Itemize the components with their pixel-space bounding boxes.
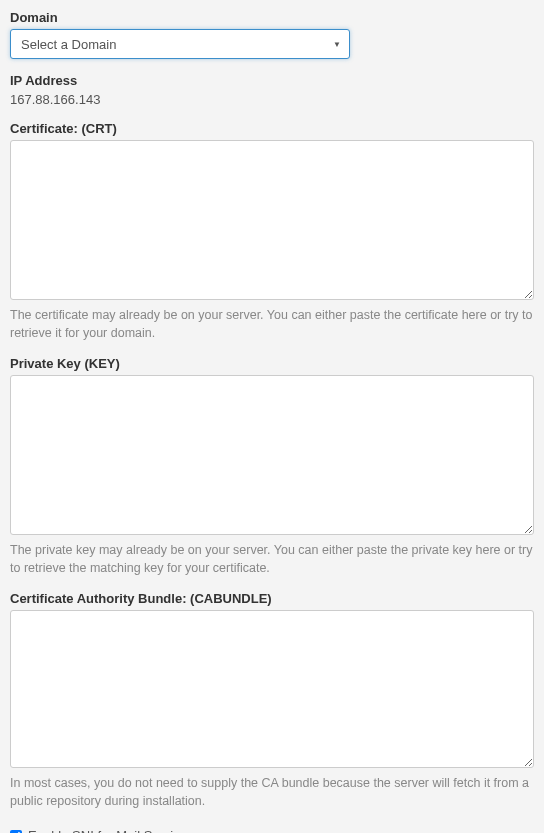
- domain-select[interactable]: Select a Domain: [10, 29, 350, 59]
- certificate-help-text: The certificate may already be on your s…: [10, 307, 534, 342]
- private-key-help-text: The private key may already be on your s…: [10, 542, 534, 577]
- sni-checkbox-row: Enable SNI for Mail Services: [10, 828, 534, 833]
- cabundle-label: Certificate Authority Bundle: (CABUNDLE): [10, 591, 534, 606]
- sni-label-suffix: for Mail Services: [97, 828, 193, 833]
- ip-address-label: IP Address: [10, 73, 534, 88]
- certificate-label: Certificate: (CRT): [10, 121, 534, 136]
- domain-select-wrapper: Select a Domain ▼: [10, 29, 350, 59]
- cabundle-help-text: In most cases, you do not need to supply…: [10, 775, 534, 810]
- private-key-label: Private Key (KEY): [10, 356, 534, 371]
- domain-label: Domain: [10, 10, 534, 25]
- sni-checkbox-label[interactable]: Enable SNI for Mail Services: [28, 828, 193, 833]
- sni-abbr: SNI: [72, 828, 94, 833]
- ip-address-value: 167.88.166.143: [10, 92, 534, 107]
- sni-checkbox[interactable]: [10, 830, 22, 834]
- private-key-textarea[interactable]: [10, 375, 534, 535]
- certificate-textarea[interactable]: [10, 140, 534, 300]
- cabundle-textarea[interactable]: [10, 610, 534, 768]
- sni-label-prefix: Enable: [28, 828, 68, 833]
